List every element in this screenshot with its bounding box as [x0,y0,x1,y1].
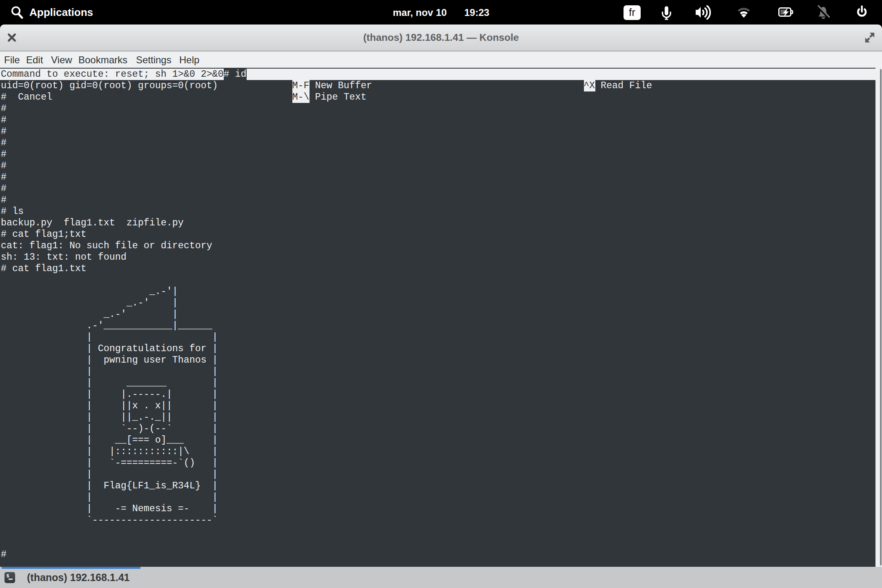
svg-text:$: $ [7,573,9,578]
